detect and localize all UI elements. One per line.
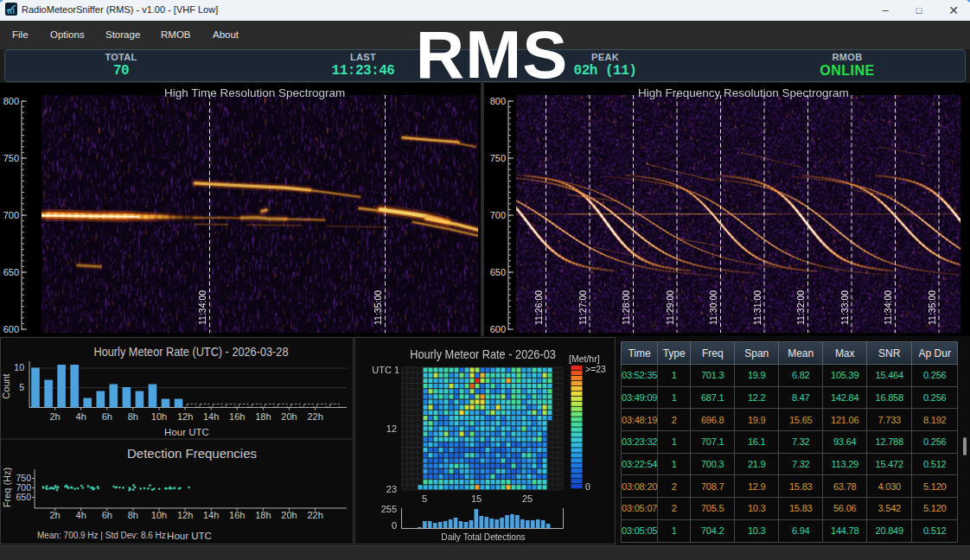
svg-text:16h: 16h (229, 510, 245, 520)
svg-text:650: 650 (490, 267, 506, 277)
svg-text:14h: 14h (203, 411, 219, 422)
svg-text:18h: 18h (255, 510, 271, 520)
svg-text:22h: 22h (307, 411, 322, 422)
svg-text:600: 600 (3, 324, 19, 334)
svg-text:12h: 12h (177, 510, 193, 520)
svg-text:12h: 12h (177, 411, 193, 422)
svg-text:650: 650 (16, 492, 31, 502)
svg-text:10h: 10h (151, 411, 167, 422)
svg-text:Count: Count (1, 373, 11, 398)
svg-text:Freq (Hz): Freq (Hz) (2, 468, 12, 507)
svg-text:20h: 20h (281, 411, 297, 422)
svg-text:6h: 6h (102, 411, 112, 422)
svg-text:650: 650 (3, 267, 19, 277)
svg-text:Hour UTC: Hour UTC (167, 531, 212, 541)
svg-text:600: 600 (490, 324, 506, 334)
svg-text:800: 800 (3, 96, 19, 106)
svg-text:6h: 6h (102, 510, 112, 520)
svg-text:16h: 16h (229, 411, 245, 422)
svg-text:8h: 8h (128, 411, 138, 422)
svg-text:Hourly Meteor Rate (UTC) - 202: Hourly Meteor Rate (UTC) - 2026-03-28 (94, 344, 289, 359)
svg-text:4h: 4h (76, 411, 86, 422)
svg-text:750: 750 (3, 153, 19, 163)
svg-text:5: 5 (19, 382, 24, 392)
svg-text:750: 750 (490, 153, 506, 163)
svg-text:8h: 8h (128, 510, 138, 520)
svg-text:Detection Frequencies: Detection Frequencies (127, 446, 257, 461)
svg-text:4h: 4h (76, 510, 86, 520)
svg-text:700: 700 (3, 210, 19, 220)
svg-text:800: 800 (490, 96, 506, 106)
svg-text:Hour UTC: Hour UTC (164, 427, 209, 437)
svg-text:700: 700 (490, 210, 506, 220)
svg-text:20h: 20h (281, 510, 297, 520)
svg-text:18h: 18h (255, 411, 271, 422)
svg-text:Mean: 700.9 Hz | Std Dev: 8.: Mean: 700.9 Hz | Std Dev: 8.6 Hz (37, 531, 166, 540)
svg-text:2h: 2h (49, 510, 60, 520)
svg-text:14h: 14h (203, 510, 219, 520)
svg-text:10: 10 (14, 362, 24, 372)
svg-text:2h: 2h (49, 411, 60, 422)
svg-text:10h: 10h (151, 510, 167, 520)
svg-text:22h: 22h (307, 510, 322, 520)
